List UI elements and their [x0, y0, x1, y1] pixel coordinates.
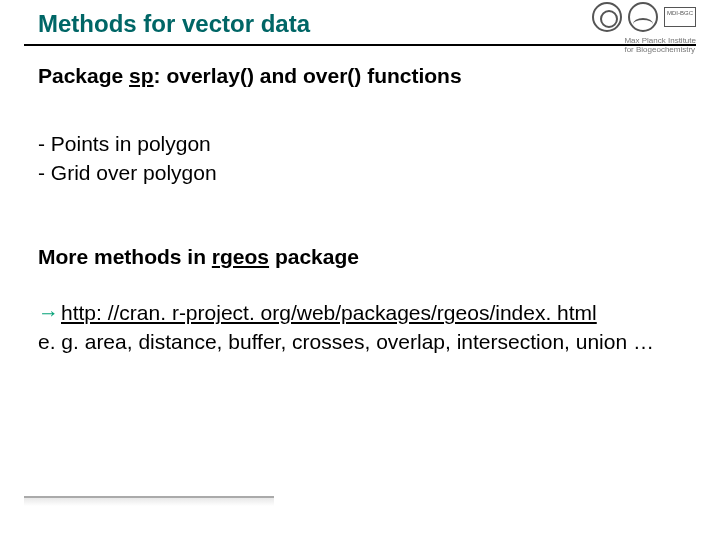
heading-text: package — [269, 245, 359, 268]
heading-text: More methods in — [38, 245, 212, 268]
section-2-heading: More methods in rgeos package — [38, 243, 682, 271]
link-line: →http: //cran. r-project. org/web/packag… — [38, 299, 682, 327]
slide-title: Methods for vector data — [38, 10, 310, 38]
logo-badge: MDI-BGC — [664, 7, 696, 27]
bullet-item: - Grid over polygon — [38, 159, 682, 187]
heading-package: sp — [129, 64, 154, 87]
logo-row: MDI-BGC — [592, 2, 696, 32]
example-line: e. g. area, distance, buffer, crosses, o… — [38, 328, 682, 356]
slide: Methods for vector data MDI-BGC Max Plan… — [0, 0, 720, 540]
heading-package: rgeos — [212, 245, 269, 268]
section-2: More methods in rgeos package →http: //c… — [38, 243, 682, 356]
heading-text: Package — [38, 64, 129, 87]
arrow-icon: → — [38, 301, 59, 324]
slide-body: Package sp: overlay() and over() functio… — [38, 62, 682, 404]
logo-icon — [592, 2, 622, 32]
footer-divider — [24, 496, 274, 506]
rgeos-link[interactable]: http: //cran. r-project. org/web/package… — [61, 301, 597, 324]
heading-text: : overlay() and over() functions — [154, 64, 462, 87]
title-divider — [24, 44, 696, 46]
section-1: Package sp: overlay() and over() functio… — [38, 62, 682, 187]
bullet-item: - Points in polygon — [38, 130, 682, 158]
logo-icon — [628, 2, 658, 32]
section-1-heading: Package sp: overlay() and over() functio… — [38, 62, 682, 90]
